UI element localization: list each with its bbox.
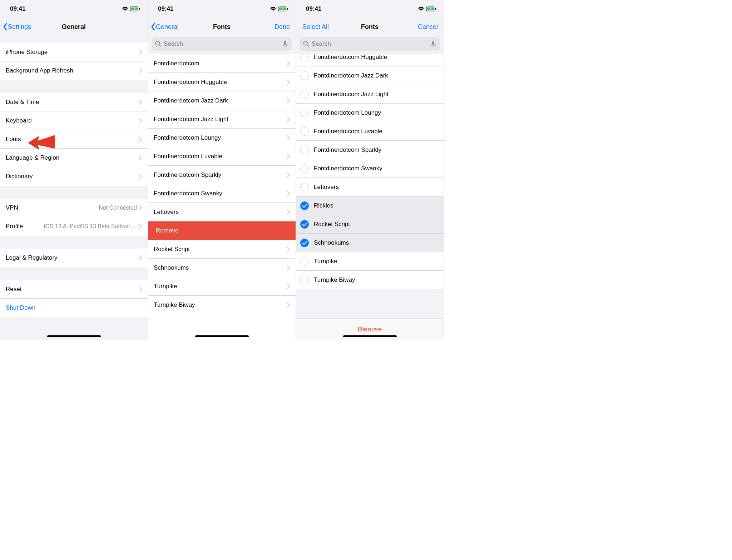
battery-icon: [426, 6, 436, 11]
font-name: Leftovers: [314, 184, 438, 191]
font-name: Rocket Script: [314, 221, 438, 228]
search-field[interactable]: [300, 37, 440, 51]
font-select-row[interactable]: Fontdinerdotcom Loungy: [296, 104, 444, 122]
selection-circle[interactable]: [300, 146, 309, 154]
font-select-row[interactable]: Rocket Script: [296, 215, 444, 234]
font-select-row[interactable]: Turnpike Biway: [296, 271, 444, 289]
row-label: Fonts: [6, 136, 139, 143]
settings-row[interactable]: Background App Refresh: [0, 61, 148, 80]
settings-row[interactable]: ProfileiOS 13 & iPadOS 13 Beta Software …: [0, 217, 148, 236]
home-indicator[interactable]: [343, 335, 397, 337]
font-row[interactable]: Fontdinerdotcom Swanky: [148, 184, 296, 203]
font-name: Fontdinerdotcom Loungy: [314, 109, 438, 116]
font-select-row[interactable]: Fontdinerdotcom Swanky: [296, 159, 444, 178]
wifi-icon: [122, 6, 128, 11]
selection-circle[interactable]: [300, 239, 309, 247]
chevron-right-icon: [287, 135, 290, 140]
selection-circle[interactable]: [300, 54, 309, 61]
general-list[interactable]: iPhone StorageBackground App RefreshDate…: [0, 36, 148, 340]
font-row[interactable]: Fontdinerdotcom Luvable: [148, 147, 296, 166]
chevron-right-icon: [139, 205, 142, 210]
chevron-right-icon: [287, 98, 290, 103]
font-name: Schnookums: [314, 239, 438, 246]
selection-circle[interactable]: [300, 257, 309, 266]
select-all-button[interactable]: Select All: [299, 23, 335, 31]
done-button[interactable]: Done: [257, 23, 293, 31]
settings-row[interactable]: Keyboard: [0, 111, 148, 130]
font-select-row[interactable]: Leftovers: [296, 178, 444, 196]
font-row[interactable]: Turnpike Biway: [148, 296, 296, 314]
back-label: Settings: [8, 23, 31, 31]
chevron-right-icon: [139, 287, 142, 292]
font-name: Turnpike: [154, 283, 287, 290]
font-row[interactable]: Fontdinerdotcom Sparkly: [148, 166, 296, 184]
selection-circle[interactable]: [300, 164, 309, 173]
settings-row[interactable]: Fonts: [0, 130, 148, 149]
cancel-button[interactable]: Cancel: [405, 23, 441, 31]
font-row[interactable]: Turnpike: [148, 277, 296, 296]
selection-circle[interactable]: [300, 90, 309, 99]
selection-circle[interactable]: [300, 183, 309, 191]
nav-bar: Select All Fonts Cancel: [296, 18, 444, 36]
mic-icon[interactable]: [282, 41, 288, 47]
search-input[interactable]: [164, 40, 280, 48]
selection-circle[interactable]: [300, 201, 309, 210]
search-field[interactable]: [152, 37, 292, 51]
font-select-row[interactable]: Rickles: [296, 196, 444, 215]
font-name: Rocket Script: [154, 246, 287, 253]
fonts-edit-list[interactable]: Fontdinerdotcom HuggableFontdinerdotcom …: [296, 54, 444, 340]
chevron-right-icon: [287, 117, 290, 122]
chevron-right-icon: [139, 118, 142, 123]
swipe-remove-button[interactable]: Remove: [148, 221, 296, 240]
chevron-right-icon: [287, 80, 290, 85]
settings-row[interactable]: Dictionary: [0, 167, 148, 186]
chevron-right-icon: [139, 68, 142, 73]
settings-row[interactable]: Shut Down: [0, 299, 148, 317]
settings-row[interactable]: VPNNot Connected: [0, 199, 148, 217]
fonts-list[interactable]: FontdinerdotcomFontdinerdotcom HuggableF…: [148, 54, 296, 340]
font-name: Fontdinerdotcom Loungy: [154, 134, 287, 141]
back-button[interactable]: General: [151, 23, 187, 31]
chevron-right-icon: [287, 247, 290, 252]
font-row[interactable]: Rocket Script: [148, 240, 296, 259]
selection-circle[interactable]: [300, 276, 309, 284]
settings-row[interactable]: Date & Time: [0, 93, 148, 111]
selection-circle[interactable]: [300, 71, 309, 80]
font-row[interactable]: Fontdinerdotcom Jazz Light: [148, 110, 296, 129]
home-indicator[interactable]: [47, 335, 101, 337]
settings-row[interactable]: Reset: [0, 280, 148, 299]
font-select-row[interactable]: Turnpike: [296, 252, 444, 271]
font-row[interactable]: Schnookums: [148, 259, 296, 277]
back-button[interactable]: Settings: [3, 23, 39, 31]
font-select-row[interactable]: Fontdinerdotcom Huggable: [296, 54, 444, 66]
selection-circle[interactable]: [300, 127, 309, 136]
mic-icon[interactable]: [430, 41, 436, 47]
font-name: Turnpike Biway: [154, 301, 287, 309]
chevron-right-icon: [287, 302, 290, 308]
font-select-row[interactable]: Fontdinerdotcom Jazz Light: [296, 85, 444, 104]
font-row[interactable]: Fontdinerdotcom Jazz Dark: [148, 91, 296, 110]
font-row[interactable]: Fontdinerdotcom Loungy: [148, 129, 296, 147]
font-select-row[interactable]: Schnookums: [296, 234, 444, 252]
chevron-right-icon: [287, 172, 290, 178]
settings-row[interactable]: Legal & Regulatory: [0, 249, 148, 267]
home-indicator[interactable]: [195, 335, 249, 337]
row-label: Background App Refresh: [6, 67, 139, 74]
row-label: Date & Time: [6, 99, 139, 106]
font-select-row[interactable]: Fontdinerdotcom Luvable: [296, 122, 444, 141]
font-row[interactable]: Fontdinerdotcom: [148, 54, 296, 73]
font-row[interactable]: Leftovers: [148, 203, 296, 221]
font-name: Fontdinerdotcom Jazz Dark: [314, 72, 438, 79]
font-name: Fontdinerdotcom Huggable: [154, 79, 287, 86]
search-input[interactable]: [312, 40, 428, 48]
selection-circle[interactable]: [300, 109, 309, 117]
settings-row[interactable]: iPhone Storage: [0, 43, 148, 61]
font-name: Fontdinerdotcom Swanky: [154, 190, 287, 197]
font-select-row[interactable]: Fontdinerdotcom Jazz Dark: [296, 66, 444, 85]
selection-circle[interactable]: [300, 220, 309, 229]
battery-icon: [130, 6, 140, 11]
chevron-left-icon: [3, 23, 7, 30]
font-row[interactable]: Fontdinerdotcom Huggable: [148, 73, 296, 91]
font-select-row[interactable]: Fontdinerdotcom Sparkly: [296, 141, 444, 159]
settings-row[interactable]: Language & Region: [0, 149, 148, 167]
